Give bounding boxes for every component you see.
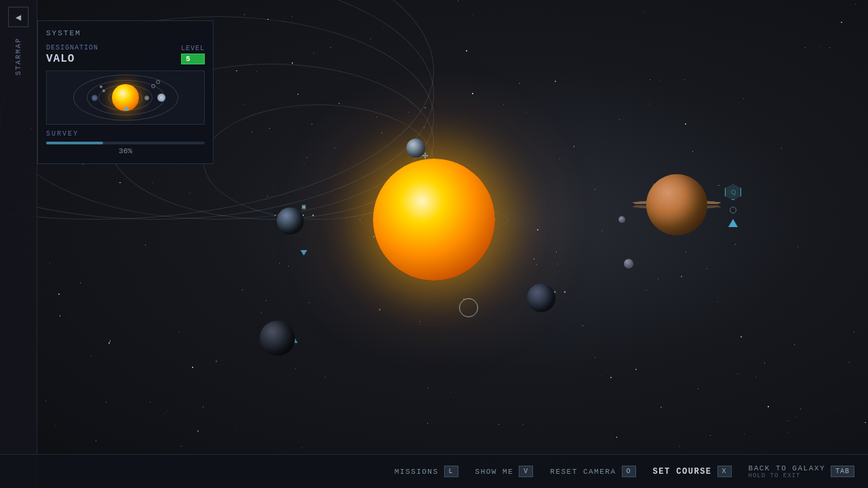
mini-dot-1 <box>102 89 105 92</box>
planet-dark-lower[interactable] <box>260 321 295 356</box>
reset-camera-label: RESET CAMERA <box>550 468 616 476</box>
planet-body[interactable] <box>646 174 707 235</box>
hex-inner-icon: ⬡ <box>731 189 736 195</box>
system-info-panel: SYSTEM DESIGNATION VALO LEVEL 5 <box>37 20 214 164</box>
mini-player-marker <box>123 106 129 110</box>
planet-top-center[interactable]: ✛ <box>422 148 429 164</box>
action-bar: MISSIONS L SHOW ME V RESET CAMERA O SET … <box>0 454 868 488</box>
navigation-panel: ◀ STARMAP <box>0 0 37 488</box>
panel-title: SYSTEM <box>46 29 205 37</box>
back-to-galaxy-text: BACK TO GALAXY HOLD TO EXIT <box>749 464 825 479</box>
planet-inner[interactable] <box>277 207 304 235</box>
designation-value: VALO <box>46 53 98 65</box>
show-me-label: SHOW ME <box>475 468 514 476</box>
missions-label: MISSIONS <box>395 468 439 476</box>
level-badge: 5 <box>181 54 205 64</box>
back-sub-label: HOLD TO EXIT <box>749 472 801 479</box>
designation-row: DESIGNATION VALO LEVEL 5 <box>46 44 205 65</box>
planet-tiny-upper[interactable] <box>618 216 625 223</box>
hex-shape: ⬡ <box>725 184 741 200</box>
planet-dark-right[interactable]: • • • <box>541 289 570 326</box>
star-sun[interactable] <box>373 159 495 281</box>
nav-back-arrow[interactable]: ◀ <box>8 7 28 27</box>
right-side-icons: ⬡ <box>724 182 743 227</box>
starmap-label[interactable]: STARMAP <box>15 37 22 75</box>
target-selection-circle <box>459 298 478 317</box>
level-label: LEVEL <box>181 45 205 52</box>
missions-key[interactable]: L <box>444 466 458 477</box>
show-me-key[interactable]: V <box>519 466 533 477</box>
mini-system-diagram <box>46 70 205 125</box>
set-course-key[interactable]: X <box>717 466 732 477</box>
missions-action[interactable]: MISSIONS L <box>395 466 458 477</box>
dot-marker[interactable] <box>730 207 736 214</box>
show-me-action[interactable]: SHOW ME V <box>475 466 534 477</box>
survey-section: SURVEY 36% <box>46 130 205 155</box>
mini-planet-1 <box>144 96 149 100</box>
mini-planet-3 <box>157 94 165 102</box>
survey-progress-bar <box>46 142 205 144</box>
planet-inner-rocky[interactable]: ▣ • • • <box>290 203 317 256</box>
player-location-marker <box>300 250 307 256</box>
planet-gray-top[interactable] <box>406 139 425 158</box>
arrow-up-button[interactable] <box>728 219 738 227</box>
planet-small-mid[interactable] <box>624 259 633 268</box>
city-icon: ▣ <box>302 203 306 211</box>
planet-lower-left[interactable] <box>292 338 298 345</box>
planet-ringed-gas-giant[interactable] <box>646 174 707 235</box>
survey-fill <box>46 142 103 144</box>
mini-planet-2 <box>92 95 98 101</box>
mini-dot-outline-1 <box>151 84 155 88</box>
designation-label: DESIGNATION <box>46 44 98 52</box>
survey-label: SURVEY <box>46 130 205 138</box>
back-to-galaxy-action[interactable]: BACK TO GALAXY HOLD TO EXIT TAB <box>749 464 854 479</box>
reset-camera-key[interactable]: O <box>622 466 636 477</box>
back-main-label: BACK TO GALAXY <box>749 464 825 472</box>
set-course-action[interactable]: SET COURSE X <box>653 466 732 477</box>
back-to-galaxy-key[interactable]: TAB <box>831 466 854 477</box>
reset-camera-action[interactable]: RESET CAMERA O <box>550 466 635 477</box>
mini-dot-outline-2 <box>156 80 160 84</box>
survey-percent: 36% <box>46 147 205 155</box>
mini-dot-2 <box>100 85 102 88</box>
hex-button[interactable]: ⬡ <box>724 182 743 201</box>
planet-dark[interactable] <box>527 283 555 312</box>
set-course-label: SET COURSE <box>653 467 712 476</box>
